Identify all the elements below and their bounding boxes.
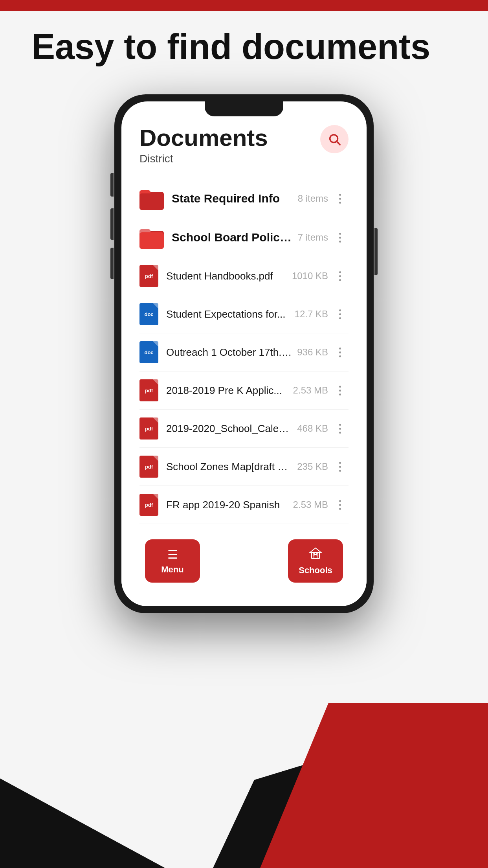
more-button[interactable] bbox=[331, 267, 349, 285]
file-icon: doc bbox=[139, 341, 158, 363]
file-icon-corner bbox=[153, 494, 158, 499]
phone-mockup: Documents District bbox=[114, 94, 374, 613]
file-icon-corner bbox=[153, 456, 158, 461]
dot bbox=[339, 241, 341, 243]
item-meta: 12.7 KB bbox=[295, 309, 328, 320]
dot bbox=[339, 313, 341, 315]
schools-icon bbox=[309, 547, 322, 562]
dot bbox=[339, 194, 341, 196]
item-name: Student Handbooks.pdf bbox=[166, 270, 287, 282]
side-button-power bbox=[374, 228, 378, 275]
file-type-label: doc bbox=[144, 349, 153, 355]
menu-button[interactable]: ☰ Menu bbox=[145, 539, 200, 583]
list-item[interactable]: pdf Student Handbooks.pdf 1010 KB bbox=[139, 257, 349, 295]
schools-label: Schools bbox=[299, 565, 332, 576]
bg-decoration-right bbox=[260, 703, 488, 868]
dot bbox=[339, 348, 341, 349]
list-item[interactable]: pdf 2018-2019 Pre K Applic... 2.53 MB bbox=[139, 371, 349, 410]
dot bbox=[339, 424, 341, 426]
dot bbox=[339, 198, 341, 200]
menu-label: Menu bbox=[161, 565, 183, 575]
more-button[interactable] bbox=[331, 344, 349, 361]
menu-icon: ☰ bbox=[167, 548, 178, 561]
svg-rect-4 bbox=[139, 193, 164, 210]
dot bbox=[339, 279, 341, 281]
item-text: School Zones Map[draft 2]... bbox=[166, 461, 292, 473]
more-button[interactable] bbox=[331, 420, 349, 437]
dot bbox=[339, 233, 341, 235]
dot bbox=[339, 428, 341, 430]
dot bbox=[339, 470, 341, 472]
list-item[interactable]: State Required Info 8 items bbox=[139, 179, 349, 218]
file-icon: pdf bbox=[139, 379, 158, 401]
folder-icon bbox=[139, 187, 164, 210]
file-type-label: pdf bbox=[145, 464, 153, 470]
list-item[interactable]: pdf School Zones Map[draft 2]... 235 KB bbox=[139, 448, 349, 486]
file-icon-corner bbox=[153, 379, 158, 385]
file-icon: pdf bbox=[139, 265, 158, 287]
item-name: Student Expectations for... bbox=[166, 308, 290, 320]
more-button[interactable] bbox=[331, 458, 349, 475]
search-button[interactable] bbox=[320, 125, 349, 153]
item-name: School Zones Map[draft 2]... bbox=[166, 461, 292, 473]
item-meta: 468 KB bbox=[297, 423, 328, 434]
list-item[interactable]: pdf FR app 2019-20 Spanish 2.53 MB bbox=[139, 486, 349, 524]
file-list: pdf Student Handbooks.pdf 1010 KB doc St… bbox=[139, 257, 349, 530]
dot bbox=[339, 202, 341, 204]
item-name: FR app 2019-20 Spanish bbox=[166, 499, 288, 511]
more-button[interactable] bbox=[331, 496, 349, 513]
schools-button[interactable]: Schools bbox=[288, 539, 343, 583]
item-text: Student Expectations for... bbox=[166, 308, 290, 320]
list-item[interactable]: doc Outreach 1 October 17th.doc 936 KB bbox=[139, 333, 349, 371]
item-name: School Board Policies bbox=[172, 231, 293, 244]
item-meta: 7 items bbox=[298, 232, 328, 243]
item-meta: 2.53 MB bbox=[293, 499, 328, 510]
screen-title: Documents bbox=[139, 125, 268, 151]
svg-rect-11 bbox=[313, 554, 315, 555]
dot bbox=[339, 237, 341, 239]
document-list: State Required Info 8 items bbox=[139, 179, 349, 530]
screen-subtitle: District bbox=[139, 153, 268, 165]
file-icon: pdf bbox=[139, 456, 158, 478]
top-bar bbox=[0, 0, 488, 11]
file-type-label: doc bbox=[144, 311, 153, 317]
dot bbox=[339, 351, 341, 353]
item-text: Outreach 1 October 17th.doc bbox=[166, 346, 292, 359]
item-text: 2019-2020_School_Calenda... bbox=[166, 423, 292, 435]
file-icon-corner bbox=[153, 265, 158, 270]
item-text: 2018-2019 Pre K Applic... bbox=[166, 384, 288, 397]
dot bbox=[339, 462, 341, 464]
dot bbox=[339, 317, 341, 319]
item-meta: 936 KB bbox=[297, 347, 328, 358]
list-item[interactable]: pdf Frequently Asked Questions... 468 KB bbox=[139, 524, 349, 530]
item-name: 2019-2020_School_Calenda... bbox=[166, 423, 292, 435]
list-item[interactable]: School Board Policies 7 items bbox=[139, 218, 349, 257]
file-type-label: pdf bbox=[145, 388, 153, 394]
file-type-label: pdf bbox=[145, 502, 153, 508]
more-button[interactable] bbox=[331, 305, 349, 323]
svg-line-1 bbox=[337, 142, 340, 145]
folder-icon bbox=[139, 226, 164, 249]
bottom-nav: ☰ Menu Schools bbox=[121, 530, 367, 606]
dot bbox=[339, 508, 341, 510]
dot bbox=[339, 500, 341, 502]
list-item[interactable]: doc Student Expectations for... 12.7 KB bbox=[139, 295, 349, 333]
dot bbox=[339, 394, 341, 395]
item-text: State Required Info bbox=[172, 192, 293, 205]
page-headline: Easy to find documents bbox=[31, 28, 457, 66]
list-item[interactable]: pdf 2019-2020_School_Calenda... 468 KB bbox=[139, 410, 349, 448]
side-button-vol-up bbox=[110, 208, 114, 240]
side-button-mute bbox=[110, 173, 114, 197]
dot bbox=[339, 432, 341, 434]
phone-screen: Documents District bbox=[121, 101, 367, 606]
more-button[interactable] bbox=[331, 190, 349, 207]
item-meta: 235 KB bbox=[297, 461, 328, 472]
dot bbox=[339, 355, 341, 357]
item-text: FR app 2019-20 Spanish bbox=[166, 499, 288, 511]
item-text: School Board Policies bbox=[172, 231, 293, 244]
phone-notch bbox=[205, 101, 283, 116]
more-button[interactable] bbox=[331, 382, 349, 399]
more-button[interactable] bbox=[331, 229, 349, 246]
screen-title-block: Documents District bbox=[139, 125, 268, 165]
dot bbox=[339, 390, 341, 392]
